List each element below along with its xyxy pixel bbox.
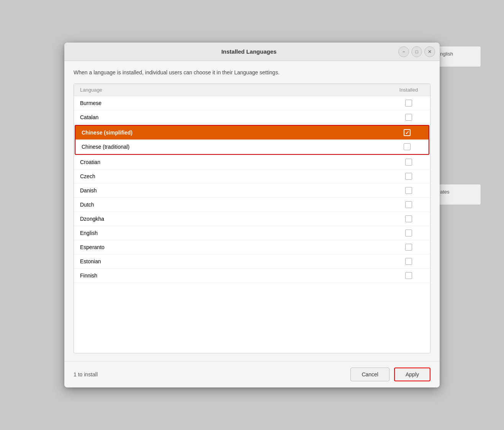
minimize-button[interactable]: −	[398, 46, 409, 57]
checkbox-catalan[interactable]	[405, 114, 412, 121]
checkbox-cell-chinese-simplified[interactable]: ✓	[392, 129, 422, 136]
language-name-chinese-simplified: Chinese (simplified)	[82, 130, 392, 136]
language-row-dutch[interactable]: Dutch	[74, 198, 430, 212]
language-row-dzongkha[interactable]: Dzongkha	[74, 212, 430, 226]
checkbox-dzongkha[interactable]	[405, 215, 412, 222]
language-name-estonian: Estonian	[80, 258, 393, 264]
checkbox-chinese-traditional[interactable]	[404, 143, 411, 150]
checkbox-cell-estonian[interactable]	[393, 258, 424, 265]
checkbox-cell-croatian[interactable]	[393, 159, 424, 166]
language-name-czech: Czech	[80, 173, 393, 179]
background-panel-mid: ates	[435, 184, 481, 205]
checkbox-cell-burmese[interactable]	[393, 100, 424, 107]
checkbox-dutch[interactable]	[405, 201, 412, 208]
apply-button[interactable]: Apply	[394, 368, 430, 381]
checkbox-czech[interactable]	[405, 173, 412, 180]
language-name-danish: Danish	[80, 187, 393, 194]
language-row-danish[interactable]: Danish	[74, 184, 430, 198]
language-table: Language Installed Burmese Catalan	[74, 84, 430, 353]
checkbox-cell-dutch[interactable]	[393, 201, 424, 208]
checkbox-cell-catalan[interactable]	[393, 114, 424, 121]
checkbox-english[interactable]	[405, 230, 412, 236]
language-row-burmese[interactable]: Burmese	[74, 96, 430, 110]
checkbox-esperanto[interactable]	[405, 244, 412, 251]
language-row-catalan[interactable]: Catalan	[74, 110, 430, 125]
language-name-dutch: Dutch	[80, 202, 393, 208]
bg-panel-mid-text: ates	[440, 189, 450, 195]
titlebar: Installed Languages − □ ✕	[64, 43, 440, 61]
background-panel-top: nglish	[435, 46, 481, 67]
close-button[interactable]: ✕	[424, 46, 435, 57]
language-name-esperanto: Esperanto	[80, 244, 393, 250]
checkbox-cell-dzongkha[interactable]	[393, 215, 424, 222]
checkbox-finnish[interactable]	[405, 272, 412, 279]
dialog-footer: 1 to install Cancel Apply	[64, 361, 440, 387]
dialog-content: When a language is installed, individual…	[64, 61, 440, 361]
bg-panel-top-text: nglish	[440, 51, 453, 57]
language-name-chinese-traditional: Chinese (traditional)	[82, 144, 392, 150]
language-row-chinese-traditional[interactable]: Chinese (traditional)	[75, 140, 429, 154]
language-row-estonian[interactable]: Estonian	[74, 254, 430, 269]
language-row-esperanto[interactable]: Esperanto	[74, 240, 430, 254]
footer-buttons: Cancel Apply	[350, 368, 430, 381]
checkbox-cell-finnish[interactable]	[393, 272, 424, 279]
install-count: 1 to install	[74, 371, 98, 377]
language-name-finnish: Finnish	[80, 272, 393, 279]
dialog-title: Installed Languages	[100, 48, 398, 55]
language-name-english: English	[80, 230, 393, 236]
language-row-english[interactable]: English	[74, 226, 430, 240]
window-controls: − □ ✕	[398, 46, 435, 57]
language-row-croatian[interactable]: Croatian	[74, 155, 430, 169]
description-text: When a language is installed, individual…	[74, 69, 430, 77]
desktop-background: nglish ates Installed Languages − □ ✕ Wh…	[0, 0, 504, 430]
highlight-box-chinese: Chinese (simplified) ✓ Chinese (traditio…	[75, 125, 429, 155]
checkbox-cell-english[interactable]	[393, 230, 424, 236]
checkbox-cell-czech[interactable]	[393, 173, 424, 180]
checkbox-burmese[interactable]	[405, 100, 412, 107]
checkbox-danish[interactable]	[405, 187, 412, 194]
checkbox-cell-esperanto[interactable]	[393, 244, 424, 251]
language-row-chinese-simplified[interactable]: Chinese (simplified) ✓	[75, 126, 429, 140]
installed-languages-dialog: Installed Languages − □ ✕ When a languag…	[64, 43, 440, 387]
language-row-finnish[interactable]: Finnish	[74, 269, 430, 283]
language-name-dzongkha: Dzongkha	[80, 216, 393, 222]
checkbox-chinese-simplified[interactable]: ✓	[404, 129, 411, 136]
maximize-button[interactable]: □	[411, 46, 422, 57]
language-name-burmese: Burmese	[80, 100, 393, 106]
col-installed-header: Installed	[393, 87, 424, 93]
language-name-croatian: Croatian	[80, 159, 393, 165]
col-language-header: Language	[80, 87, 393, 93]
checkbox-cell-chinese-traditional[interactable]	[392, 143, 422, 150]
table-header: Language Installed	[74, 84, 430, 96]
checkbox-estonian[interactable]	[405, 258, 412, 265]
language-list: Burmese Catalan	[74, 96, 430, 283]
language-name-catalan: Catalan	[80, 114, 393, 120]
checkbox-croatian[interactable]	[405, 159, 412, 166]
checkbox-cell-danish[interactable]	[393, 187, 424, 194]
cancel-button[interactable]: Cancel	[350, 368, 389, 381]
language-row-czech[interactable]: Czech	[74, 169, 430, 184]
